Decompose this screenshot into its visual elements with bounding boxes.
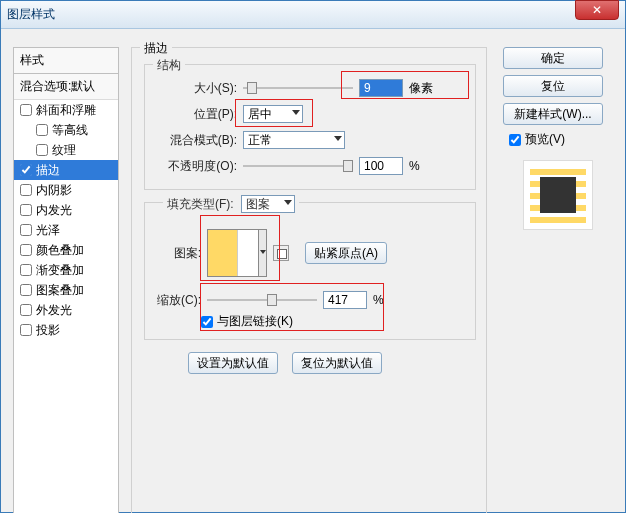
new-style-button[interactable]: 新建样式(W)... (503, 103, 603, 125)
style-item-label: 内阴影 (36, 182, 72, 199)
scale-unit: % (373, 293, 384, 307)
style-item-checkbox[interactable] (20, 184, 32, 196)
style-item-7[interactable]: 颜色叠加 (14, 240, 118, 260)
style-item-9[interactable]: 图案叠加 (14, 280, 118, 300)
style-item-label: 描边 (36, 162, 60, 179)
layer-style-dialog: 图层样式 ✕ 样式 混合选项:默认 斜面和浮雕等高线纹理描边内阴影内发光光泽颜色… (0, 0, 626, 513)
pattern-label: 图案: (145, 245, 201, 262)
style-item-2[interactable]: 纹理 (14, 140, 118, 160)
dialog-body: 样式 混合选项:默认 斜面和浮雕等高线纹理描边内阴影内发光光泽颜色叠加渐变叠加图… (1, 29, 625, 512)
style-item-6[interactable]: 光泽 (14, 220, 118, 240)
chevron-down-icon (284, 200, 292, 205)
new-pattern-icon[interactable] (273, 245, 289, 261)
style-item-checkbox[interactable] (20, 104, 32, 116)
styles-list: 样式 混合选项:默认 斜面和浮雕等高线纹理描边内阴影内发光光泽颜色叠加渐变叠加图… (13, 47, 119, 513)
style-item-checkbox[interactable] (20, 304, 32, 316)
style-item-label: 外发光 (36, 302, 72, 319)
structure-legend: 结构 (153, 57, 185, 74)
styles-header[interactable]: 样式 (14, 48, 118, 74)
style-item-label: 图案叠加 (36, 282, 84, 299)
position-combo[interactable]: 居中 (243, 105, 303, 123)
style-item-0[interactable]: 斜面和浮雕 (14, 100, 118, 120)
pattern-picker[interactable] (207, 229, 267, 277)
size-unit: 像素 (409, 80, 433, 97)
scale-label: 缩放(C): (145, 292, 201, 309)
style-item-checkbox[interactable] (20, 204, 32, 216)
style-item-label: 内发光 (36, 202, 72, 219)
position-label: 位置(P): (145, 106, 237, 123)
style-item-checkbox[interactable] (36, 124, 48, 136)
style-item-11[interactable]: 投影 (14, 320, 118, 340)
fill-type-combo[interactable]: 图案 (241, 195, 295, 213)
reset-default-button[interactable]: 复位为默认值 (292, 352, 382, 374)
style-item-checkbox[interactable] (20, 284, 32, 296)
opacity-input[interactable]: 100 (359, 157, 403, 175)
style-item-label: 颜色叠加 (36, 242, 84, 259)
link-layer-label: 与图层链接(K) (217, 313, 293, 330)
style-item-3[interactable]: 描边 (14, 160, 118, 180)
opacity-label: 不透明度(O): (145, 158, 237, 175)
opacity-slider[interactable] (243, 158, 353, 174)
close-button[interactable]: ✕ (575, 0, 619, 20)
style-item-label: 渐变叠加 (36, 262, 84, 279)
style-item-checkbox[interactable] (20, 244, 32, 256)
style-item-label: 光泽 (36, 222, 60, 239)
make-default-button[interactable]: 设置为默认值 (188, 352, 278, 374)
preview-checkbox[interactable] (509, 134, 521, 146)
window-title: 图层样式 (7, 6, 55, 23)
preview-toggle[interactable]: 预览(V) (503, 131, 613, 148)
opacity-unit: % (409, 159, 420, 173)
style-item-checkbox[interactable] (20, 264, 32, 276)
stroke-title: 描边 (140, 40, 172, 57)
style-item-10[interactable]: 外发光 (14, 300, 118, 320)
style-item-label: 纹理 (52, 142, 76, 159)
scale-slider[interactable] (207, 292, 317, 308)
style-item-checkbox[interactable] (20, 164, 32, 176)
snap-origin-button[interactable]: 贴紧原点(A) (305, 242, 387, 264)
style-item-checkbox[interactable] (36, 144, 48, 156)
chevron-down-icon (258, 230, 266, 276)
scale-input[interactable]: 417 (323, 291, 367, 309)
blend-mode-combo[interactable]: 正常 (243, 131, 345, 149)
fill-legend: 填充类型(F): 图案 (163, 195, 299, 213)
link-layer-checkbox[interactable] (201, 316, 213, 328)
style-item-checkbox[interactable] (20, 324, 32, 336)
preview-label: 预览(V) (525, 131, 565, 148)
style-item-5[interactable]: 内发光 (14, 200, 118, 220)
style-item-label: 斜面和浮雕 (36, 102, 96, 119)
blend-mode-label: 混合模式(B): (145, 132, 237, 149)
center-panel: 描边 结构 大小(S): 9 像素 位置(P): 居中 (131, 47, 487, 513)
right-panel: 确定 复位 新建样式(W)... 预览(V) (503, 47, 613, 230)
style-item-4[interactable]: 内阴影 (14, 180, 118, 200)
cancel-button[interactable]: 复位 (503, 75, 603, 97)
size-slider[interactable] (243, 80, 353, 96)
style-item-1[interactable]: 等高线 (14, 120, 118, 140)
style-item-label: 投影 (36, 322, 60, 339)
size-label: 大小(S): (145, 80, 237, 97)
chevron-down-icon (334, 136, 342, 141)
titlebar[interactable]: 图层样式 ✕ (1, 1, 625, 29)
style-item-checkbox[interactable] (20, 224, 32, 236)
blend-options-row[interactable]: 混合选项:默认 (14, 74, 118, 100)
chevron-down-icon (292, 110, 300, 115)
style-item-8[interactable]: 渐变叠加 (14, 260, 118, 280)
preview-swatch (523, 160, 593, 230)
style-item-label: 等高线 (52, 122, 88, 139)
ok-button[interactable]: 确定 (503, 47, 603, 69)
size-input[interactable]: 9 (359, 79, 403, 97)
